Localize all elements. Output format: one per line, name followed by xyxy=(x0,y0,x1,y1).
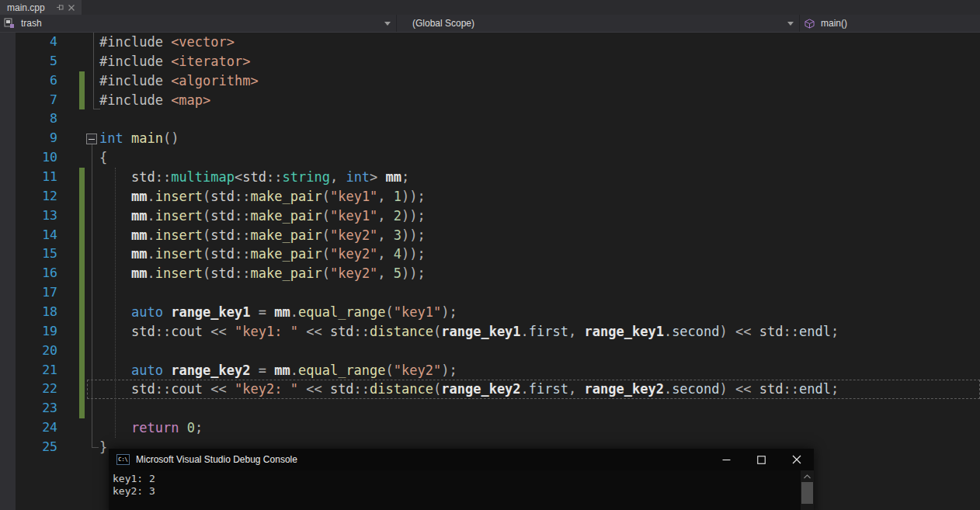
code-text: mm.insert(std::make_pair("key2", 3)); xyxy=(99,226,426,245)
code-text: std::cout << "key1: " << std::distance(r… xyxy=(99,322,839,342)
project-name: trash xyxy=(21,18,42,29)
code-line-16[interactable]: 16 mm.insert(std::make_pair("key2", 5)); xyxy=(0,264,980,283)
line-number[interactable]: 12 xyxy=(16,187,57,206)
line-number[interactable]: 6 xyxy=(16,71,57,91)
line-number[interactable]: 24 xyxy=(16,418,57,438)
line-number[interactable]: 10 xyxy=(16,148,57,168)
code-text: #include <vector> xyxy=(99,33,235,52)
change-tracking-bar xyxy=(79,226,85,245)
tab-bar: main.cpp xyxy=(0,0,980,15)
line-number[interactable]: 21 xyxy=(16,361,57,380)
console-output-line: key2: 3 xyxy=(113,485,814,498)
indent-guide xyxy=(115,168,116,438)
code-line-7[interactable]: 7#include <map> xyxy=(0,91,980,110)
change-tracking-bar xyxy=(79,361,85,380)
project-dropdown[interactable]: trash xyxy=(0,15,397,32)
line-number[interactable]: 13 xyxy=(16,206,57,226)
member-dropdown[interactable]: main() xyxy=(801,15,980,32)
line-number[interactable]: 20 xyxy=(16,342,57,361)
line-number[interactable]: 5 xyxy=(16,52,57,71)
code-line-22[interactable]: 22 std::cout << "key2: " << std::distanc… xyxy=(0,380,980,399)
console-output-area: key1: 2key2: 3 xyxy=(109,470,814,510)
scrollbar-thumb[interactable] xyxy=(801,482,813,504)
change-tracking-bar xyxy=(79,71,85,91)
close-button[interactable] xyxy=(779,449,814,470)
code-text: std::multimap<std::string, int> mm; xyxy=(99,168,409,187)
line-number[interactable]: 25 xyxy=(16,438,57,457)
navigation-bar: trash (Global Scope) main() xyxy=(0,15,980,33)
code-line-18[interactable]: 18 auto range_key1 = mm.equal_range("key… xyxy=(0,303,980,322)
change-tracking-bar xyxy=(79,245,85,264)
code-line-21[interactable]: 21 auto range_key2 = mm.equal_range("key… xyxy=(0,361,980,380)
code-line-10[interactable]: 10{ xyxy=(0,148,980,168)
code-text: int main() xyxy=(99,129,179,148)
change-tracking-bar xyxy=(79,399,85,418)
code-text: auto range_key2 = mm.equal_range("key2")… xyxy=(99,361,457,380)
code-line-19[interactable]: 19 std::cout << "key1: " << std::distanc… xyxy=(0,322,980,342)
code-text: mm.insert(std::make_pair("key1", 1)); xyxy=(99,187,426,206)
chevron-down-icon xyxy=(384,22,391,26)
code-line-8[interactable]: 8 xyxy=(0,109,980,129)
change-tracking-bar xyxy=(79,168,85,187)
tab-main-cpp[interactable]: main.cpp xyxy=(0,0,82,15)
method-icon xyxy=(805,19,815,29)
code-line-5[interactable]: 5#include <iterator> xyxy=(0,52,980,71)
change-tracking-bar xyxy=(79,380,85,399)
console-output-line: key1: 2 xyxy=(113,473,814,485)
minimize-button[interactable] xyxy=(709,449,744,470)
line-number[interactable]: 16 xyxy=(16,264,57,283)
close-icon[interactable] xyxy=(68,4,75,12)
line-number[interactable]: 7 xyxy=(16,91,57,110)
code-line-4[interactable]: 4#include <vector> xyxy=(0,33,980,52)
member-name: main() xyxy=(821,18,847,29)
pin-icon[interactable] xyxy=(56,3,64,12)
code-line-12[interactable]: 12 mm.insert(std::make_pair("key1", 1)); xyxy=(0,187,980,206)
change-tracking-bar xyxy=(79,283,85,303)
line-number[interactable]: 9 xyxy=(16,129,57,148)
console-title-bar[interactable]: C:\ Microsoft Visual Studio Debug Consol… xyxy=(109,449,814,470)
code-text: } xyxy=(99,438,107,457)
code-line-13[interactable]: 13 mm.insert(std::make_pair("key1", 2)); xyxy=(0,206,980,226)
line-number[interactable]: 8 xyxy=(16,109,57,129)
cmd-icon: C:\ xyxy=(116,454,130,465)
structure-guide-main xyxy=(92,144,99,448)
line-number[interactable]: 18 xyxy=(16,303,57,322)
change-tracking-bar xyxy=(79,187,85,206)
scope-name: (Global Scope) xyxy=(412,18,474,29)
structure-guide-includes xyxy=(93,33,100,109)
code-line-24[interactable]: 24 return 0; xyxy=(0,418,980,438)
code-editor[interactable]: 4#include <vector>5#include <iterator>6#… xyxy=(0,33,980,510)
line-number[interactable]: 22 xyxy=(16,380,57,399)
line-number[interactable]: 14 xyxy=(16,226,57,245)
code-line-14[interactable]: 14 mm.insert(std::make_pair("key2", 3)); xyxy=(0,226,980,245)
change-tracking-bar xyxy=(79,91,85,110)
code-text: mm.insert(std::make_pair("key1", 2)); xyxy=(99,206,426,226)
code-line-9[interactable]: 9int main() xyxy=(0,129,980,148)
collapse-marker-icon[interactable] xyxy=(86,134,97,144)
code-line-20[interactable]: 20 xyxy=(0,342,980,361)
code-text: #include <map> xyxy=(99,91,210,110)
line-number[interactable]: 11 xyxy=(16,168,57,187)
line-number[interactable]: 19 xyxy=(16,322,57,342)
code-text: #include <iterator> xyxy=(99,52,250,71)
debug-console-window: C:\ Microsoft Visual Studio Debug Consol… xyxy=(109,449,814,510)
maximize-button[interactable] xyxy=(744,449,779,470)
console-scrollbar[interactable] xyxy=(801,470,814,510)
code-text: auto range_key1 = mm.equal_range("key1")… xyxy=(99,303,457,322)
change-tracking-bar xyxy=(79,322,85,342)
scroll-up-icon[interactable] xyxy=(801,472,814,481)
code-text: #include <algorithm> xyxy=(99,71,259,91)
chevron-down-icon xyxy=(787,22,794,26)
line-number[interactable]: 15 xyxy=(16,245,57,264)
line-number[interactable]: 17 xyxy=(16,283,57,303)
change-tracking-bar xyxy=(79,264,85,283)
line-number[interactable]: 4 xyxy=(16,33,57,52)
console-title: Microsoft Visual Studio Debug Console xyxy=(136,454,297,465)
code-line-15[interactable]: 15 mm.insert(std::make_pair("key2", 4)); xyxy=(0,245,980,264)
line-number[interactable]: 23 xyxy=(16,399,57,418)
code-line-6[interactable]: 6#include <algorithm> xyxy=(0,71,980,91)
code-line-23[interactable]: 23 xyxy=(0,399,980,418)
scope-dropdown[interactable]: (Global Scope) xyxy=(398,15,800,32)
code-line-17[interactable]: 17 xyxy=(0,283,980,303)
code-line-11[interactable]: 11 std::multimap<std::string, int> mm; xyxy=(0,168,980,187)
